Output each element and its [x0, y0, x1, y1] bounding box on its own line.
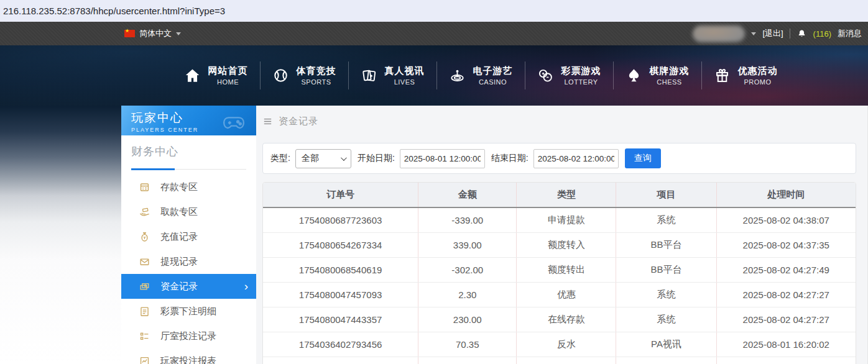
- gift-icon: [714, 67, 731, 84]
- table-cell: 2025-08-02 04:27:27: [716, 282, 856, 307]
- content-area: 资金记录 类型: 全部 开始日期: 结束日期: 查询 订单号金额类型项目处理时间…: [256, 106, 868, 364]
- nav-item-home[interactable]: 网站首页HOME: [172, 61, 260, 89]
- language-selector[interactable]: 简体中文: [124, 28, 181, 39]
- breadcrumb: 资金记录: [262, 114, 856, 128]
- table-cell: 2025-08-02 04:27:27: [716, 307, 856, 332]
- table-cell: BB平台: [616, 232, 716, 257]
- table-cell: 1754080047443357: [263, 307, 418, 332]
- hamburger-icon[interactable]: [262, 116, 273, 127]
- table-cell: 额度转入: [517, 232, 616, 257]
- table-cell: PA视讯: [616, 332, 716, 357]
- language-label: 简体中文: [139, 28, 172, 39]
- hand-money-icon: [139, 206, 150, 218]
- spade-icon: [626, 67, 642, 84]
- gamepad-icon: [218, 109, 250, 134]
- sidebar-item-label: 取款专区: [160, 206, 198, 218]
- nav-label-zh: 真人视讯: [385, 65, 425, 77]
- banknotes-icon: [139, 281, 150, 293]
- funds-table-panel: 订单号金额类型项目处理时间 1754080687723603-339.00申请提…: [262, 182, 856, 364]
- table-body: 1754080687723603-339.00申请提款系统2025-08-02 …: [263, 207, 856, 364]
- url-text: 216.118.235.52:8783/hhcp/usercenter.html…: [3, 6, 225, 16]
- list-icon: [139, 330, 150, 342]
- report-chart-icon: [139, 355, 150, 364]
- nav-item-sports[interactable]: 体育竞技SPORTS: [260, 61, 348, 89]
- table-header-row: 订单号金额类型项目处理时间: [263, 183, 856, 207]
- table-cell: 2025-08-02 04:27:49: [716, 257, 856, 282]
- table-cell: 1754036402793456: [263, 332, 418, 357]
- start-date-input[interactable]: [400, 149, 485, 168]
- column-header: 类型: [517, 183, 616, 207]
- table-cell: 70.35: [418, 332, 517, 357]
- sidebar-item-doc[interactable]: 彩票下注明细: [121, 299, 256, 324]
- table-cell: -339.00: [418, 207, 517, 232]
- table-cell: -302.00: [418, 257, 517, 282]
- nav-item-casino[interactable]: 电子游艺CASINO: [436, 61, 525, 89]
- nav-label-en: PROMO: [738, 78, 778, 86]
- table-cell: 339.00: [418, 232, 517, 257]
- table-row-partial: [263, 357, 856, 364]
- sidebar-item-recharge[interactable]: 充值记录: [121, 224, 256, 249]
- sidebar-item-withdraw-area[interactable]: 取款专区: [121, 199, 256, 224]
- table-cell: 系统: [616, 207, 716, 232]
- nav-label-zh: 彩票游戏: [561, 65, 601, 77]
- username-redacted[interactable]: [693, 25, 745, 42]
- table-row: 1754080687723603-339.00申请提款系统2025-08-02 …: [263, 207, 856, 232]
- table-cell: 2025-08-01 16:20:02: [716, 332, 856, 357]
- table-row: 17540800474570932.30优惠系统2025-08-02 04:27…: [263, 282, 856, 307]
- main-nav-items: 网站首页HOME体育竞技SPORTS真人视讯LIVES电子游艺CASINO彩票游…: [172, 61, 790, 89]
- finance-section-title: 财务中心: [131, 144, 246, 159]
- table-row: 1754080047443357230.00在线存款系统2025-08-02 0…: [263, 307, 856, 332]
- column-header: 订单号: [263, 183, 418, 207]
- logout-link[interactable]: [退出]: [762, 28, 783, 39]
- bell-icon[interactable]: [796, 29, 807, 39]
- table-cell: 申请提款: [517, 207, 616, 232]
- chevron-down-icon[interactable]: [751, 32, 756, 35]
- sidebar-item-list[interactable]: 厅室投注记录: [121, 324, 256, 348]
- table-cell: 额度转出: [517, 257, 616, 282]
- nav-item-lottery[interactable]: 彩票游戏LOTTERY: [525, 61, 613, 89]
- type-select[interactable]: 全部: [295, 149, 351, 168]
- table-cell: 2025-08-02 04:38:07: [716, 207, 856, 232]
- home-icon: [184, 67, 201, 84]
- sidebar-item-report[interactable]: 玩家投注报表: [121, 348, 256, 364]
- sidebar-item-label: 充值记录: [160, 231, 198, 243]
- nav-item-chess[interactable]: 棋牌游戏CHESS: [613, 61, 701, 89]
- sidebar-menu: 存款专区取款专区充值记录提现记录资金记录›彩票下注明细厅室投注记录玩家投注报表: [121, 170, 256, 364]
- sidebar-item-label: 存款专区: [160, 181, 198, 193]
- sidebar: 玩家中心 PLAYERS CENTER 财务中心 存款专区取款专区充值记录提现记…: [121, 106, 256, 364]
- table-cell: 1754080068540619: [263, 257, 418, 282]
- table-row: 1754080654267334339.00额度转入BB平台2025-08-02…: [263, 232, 856, 257]
- column-header: 处理时间: [716, 183, 856, 207]
- new-messages-link[interactable]: 新消息: [838, 28, 862, 39]
- end-date-input[interactable]: [533, 149, 619, 168]
- sidebar-item-label: 彩票下注明细: [160, 306, 216, 317]
- column-header: 项目: [616, 183, 716, 207]
- nav-label-en: HOME: [208, 78, 248, 86]
- sidebar-item-funds[interactable]: 资金记录›: [121, 274, 256, 299]
- funds-table: 订单号金额类型项目处理时间 1754080687723603-339.00申请提…: [263, 183, 856, 364]
- nav-label-zh: 电子游艺: [473, 65, 513, 77]
- table-cell: 2.30: [418, 282, 517, 307]
- nav-item-lives[interactable]: 真人视讯LIVES: [348, 61, 436, 89]
- money-bag-icon: [139, 231, 150, 243]
- search-button[interactable]: 查询: [625, 148, 661, 168]
- table-cell: 反水: [517, 332, 616, 357]
- nav-item-promo[interactable]: 优惠活动PROMO: [701, 61, 790, 89]
- nav-label-en: CASINO: [473, 78, 513, 86]
- sidebar-item-withdraw-record[interactable]: 提现记录: [121, 249, 256, 274]
- table-cell: 系统: [616, 307, 716, 332]
- sidebar-item-deposit[interactable]: 存款专区: [121, 175, 256, 199]
- envelope-icon: [139, 256, 150, 268]
- table-cell: 优惠: [517, 282, 616, 307]
- nav-label-zh: 体育竞技: [297, 65, 336, 77]
- browser-url-bar[interactable]: 216.118.235.52:8783/hhcp/usercenter.html…: [0, 0, 868, 22]
- sidebar-item-label: 厅室投注记录: [160, 330, 216, 342]
- sidebar-item-label: 资金记录: [160, 281, 198, 293]
- message-count[interactable]: (116): [813, 29, 831, 39]
- table-cell: 在线存款: [517, 307, 616, 332]
- table-cell: 1754080687723603: [263, 207, 418, 232]
- table-row: 175403640279345670.35反水PA视讯2025-08-01 16…: [263, 332, 856, 357]
- nav-label-en: SPORTS: [297, 78, 336, 86]
- table-cell: 230.00: [418, 307, 517, 332]
- chevron-right-icon: ›: [244, 280, 248, 292]
